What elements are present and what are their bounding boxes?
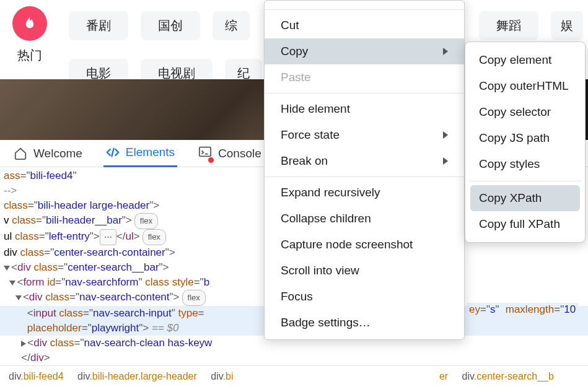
nav-pill[interactable]: 综: [213, 11, 250, 40]
menu-copy[interactable]: Copy: [265, 38, 464, 64]
menu-separator: [265, 9, 464, 10]
copy-submenu: Copy element Copy outerHTML Copy selecto…: [465, 41, 586, 243]
menu-force-state[interactable]: Force state: [265, 122, 464, 148]
flex-badge[interactable]: flex: [134, 213, 158, 229]
nav-pill[interactable]: 娱: [551, 11, 583, 40]
submenu-copy-selector[interactable]: Copy selector: [470, 99, 580, 125]
code-line[interactable]: </div>: [0, 351, 588, 365]
svg-rect-0: [200, 147, 211, 157]
menu-separator: [265, 93, 464, 94]
breadcrumb-item[interactable]: div.center-search__b: [462, 371, 554, 381]
menu-collapse[interactable]: Collapse children: [265, 206, 464, 232]
expand-triangle-icon[interactable]: [15, 295, 22, 300]
tab-label: Console: [218, 147, 261, 160]
menu-badge[interactable]: Badge settings…: [265, 310, 464, 336]
ellipsis-badge[interactable]: ⋯: [100, 229, 116, 245]
fire-icon: [12, 6, 47, 41]
submenu-arrow-icon: [443, 131, 448, 139]
menu-separator: [469, 181, 581, 181]
submenu-copy-outerhtml[interactable]: Copy outerHTML: [470, 73, 580, 99]
menu-cut[interactable]: Cut: [265, 12, 464, 38]
flex-badge[interactable]: flex: [143, 229, 166, 245]
code-icon: [106, 146, 120, 159]
flex-badge[interactable]: flex: [182, 290, 206, 306]
menu-capture[interactable]: Capture node screenshot: [265, 232, 464, 258]
error-badge-icon: [208, 157, 214, 163]
breadcrumb-item[interactable]: er: [439, 371, 448, 381]
tab-elements[interactable]: Elements: [103, 140, 177, 167]
menu-focus[interactable]: Focus: [265, 284, 464, 310]
tab-console[interactable]: Console: [196, 140, 264, 167]
nav-pill[interactable]: 舞蹈: [479, 11, 538, 40]
home-icon: [14, 147, 27, 160]
menu-scroll[interactable]: Scroll into view: [265, 258, 464, 284]
menu-item-partial: [265, 4, 464, 7]
submenu-copy-styles[interactable]: Copy styles: [470, 151, 580, 177]
breadcrumb[interactable]: div.bili-feed4 div.bili-header.large-hea…: [0, 365, 588, 387]
code-fragment: ey="s" maxlength="10: [467, 303, 578, 316]
expand-triangle-icon[interactable]: [9, 281, 15, 285]
expand-triangle-icon[interactable]: [4, 266, 10, 271]
menu-hide[interactable]: Hide element: [265, 96, 464, 122]
tab-label: Elements: [126, 146, 175, 159]
context-menu: Cut Copy Paste Hide element Force state …: [264, 0, 465, 340]
menu-expand[interactable]: Expand recursively: [265, 180, 464, 206]
breadcrumb-item[interactable]: div.bi: [211, 371, 233, 381]
submenu-copy-fullxpath[interactable]: Copy full XPath: [470, 211, 580, 237]
breadcrumb-item[interactable]: div.bili-header.large-header: [77, 371, 197, 381]
collapse-triangle-icon[interactable]: [21, 341, 26, 347]
nav-pill[interactable]: 番剧: [69, 11, 128, 40]
nav-pill[interactable]: 国创: [141, 11, 200, 40]
submenu-arrow-icon: [443, 48, 448, 55]
hot-label: 热门: [12, 47, 47, 64]
submenu-copy-jspath[interactable]: Copy JS path: [470, 125, 580, 151]
menu-paste: Paste: [265, 64, 464, 90]
menu-break-on[interactable]: Break on: [265, 148, 464, 174]
breadcrumb-item[interactable]: div.bili-feed4: [9, 371, 64, 381]
hot-section[interactable]: 热门: [12, 6, 47, 79]
submenu-arrow-icon: [443, 157, 448, 165]
menu-separator: [265, 176, 464, 177]
submenu-copy-element[interactable]: Copy element: [470, 47, 580, 73]
tab-welcome[interactable]: Welcome: [11, 140, 85, 167]
tab-label: Welcome: [33, 147, 82, 160]
submenu-copy-xpath[interactable]: Copy XPath: [470, 185, 580, 211]
